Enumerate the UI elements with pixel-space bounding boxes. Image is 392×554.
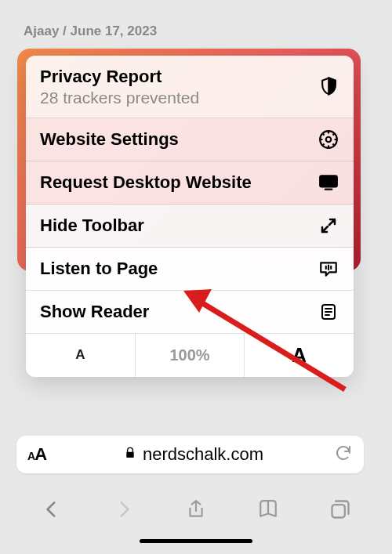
menu-item-listen-to-page[interactable]: Listen to Page [26, 248, 354, 291]
reader-icon [318, 301, 339, 323]
zoom-increase[interactable]: A [245, 334, 354, 377]
speech-sound-icon [318, 258, 339, 280]
show-reader-label: Show Reader [40, 301, 149, 323]
aa-button[interactable]: AA [27, 444, 47, 465]
byline-sep: / [59, 24, 70, 38]
request-desktop-label: Request Desktop Website [40, 172, 252, 194]
menu-item-hide-toolbar[interactable]: Hide Toolbar [26, 205, 354, 248]
address-bar[interactable]: AA nerdschalk.com [16, 436, 364, 473]
privacy-report-subtitle: 28 trackers prevented [40, 88, 199, 107]
shield-icon [318, 75, 339, 97]
website-settings-label: Website Settings [40, 129, 179, 150]
lock-icon [124, 444, 136, 465]
privacy-report-title: Privacy Report [40, 66, 199, 88]
desktop-icon [318, 172, 339, 194]
menu-item-privacy-report[interactable]: Privacy Report 28 trackers prevented [26, 56, 354, 118]
svg-rect-2 [320, 176, 337, 186]
address-domain[interactable]: nerdschalk.com [53, 444, 334, 465]
hide-toolbar-label: Hide Toolbar [40, 215, 144, 237]
forward-button [112, 498, 136, 521]
svg-point-1 [326, 136, 332, 142]
zoom-controls: A 100% A [26, 334, 354, 377]
byline-author: Ajaay [24, 24, 59, 38]
back-button[interactable] [40, 498, 64, 521]
menu-item-show-reader[interactable]: Show Reader [26, 291, 354, 334]
bottom-toolbar [0, 486, 392, 533]
zoom-level[interactable]: 100% [136, 334, 245, 377]
domain-text: nerdschalk.com [143, 444, 263, 465]
tabs-button[interactable] [328, 498, 352, 521]
byline-date: June 17, 2023 [71, 24, 158, 38]
svg-rect-6 [332, 505, 345, 517]
aa-menu: Privacy Report 28 trackers prevented Web… [26, 56, 354, 377]
home-indicator [140, 539, 252, 543]
expand-arrows-icon [318, 215, 339, 237]
bookmarks-button[interactable] [256, 498, 280, 521]
listen-to-page-label: Listen to Page [40, 258, 158, 280]
share-button[interactable] [184, 498, 208, 521]
menu-item-request-desktop[interactable]: Request Desktop Website [26, 161, 354, 205]
svg-rect-3 [325, 188, 333, 190]
menu-item-website-settings[interactable]: Website Settings [26, 118, 354, 161]
article-byline: Ajaay / June 17, 2023 [24, 24, 157, 39]
gear-icon [318, 129, 339, 150]
zoom-decrease[interactable]: A [26, 334, 136, 377]
reload-icon[interactable] [334, 444, 353, 465]
